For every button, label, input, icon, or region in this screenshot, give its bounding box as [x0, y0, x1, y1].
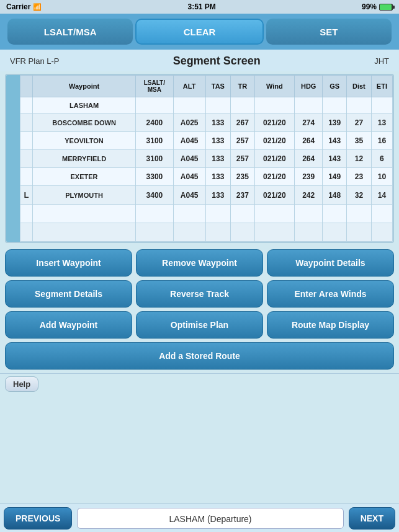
col-flag [20, 76, 33, 97]
bottom-nav: PREVIOUS LASHAM (Departure) NEXT [0, 503, 399, 532]
col-gs: GS [323, 76, 347, 97]
table-row[interactable]: MERRYFIELD3100A045133257021/20264143126 [20, 150, 393, 168]
reverse-track-button[interactable]: Reverse Track [136, 280, 263, 308]
departure-label: LASHAM (Departure) [77, 508, 343, 529]
carrier-info: Carrier 📶 [6, 2, 42, 11]
col-lsalt: LSALT/MSA [136, 76, 174, 97]
battery-icon [379, 4, 393, 11]
toolbar: LSALT/MSA CLEAR SET [0, 14, 399, 50]
table-row[interactable] [20, 223, 393, 242]
insert-waypoint-button[interactable]: Insert Waypoint [5, 249, 132, 277]
route-map-display-button[interactable]: Route Map Display [267, 311, 394, 339]
remove-waypoint-button[interactable]: Remove Waypoint [136, 249, 263, 277]
table-row[interactable]: BOSCOMBE DOWN2400A025133267021/202741392… [20, 114, 393, 132]
table-row[interactable]: LPLYMOUTH3400A045133237021/202421483214 [20, 186, 393, 205]
col-alt: ALT [173, 76, 205, 97]
route-table: Waypoint LSALT/MSA ALT TAS TR Wind HDG G… [20, 75, 393, 242]
table-row[interactable]: LASHAM [20, 97, 393, 114]
wifi-icon: 📶 [33, 3, 42, 11]
lsalt-msa-button[interactable]: LSALT/MSA [7, 19, 133, 45]
col-dist: Dist [347, 76, 372, 97]
table-header-row: Waypoint LSALT/MSA ALT TAS TR Wind HDG G… [20, 76, 393, 97]
next-button[interactable]: NEXT [349, 507, 395, 530]
carrier-label: Carrier [6, 2, 30, 11]
btn-row-2: Segment Details Reverse Track Enter Area… [5, 280, 394, 308]
table-row[interactable]: YEOVILTON3100A045133257021/202641433516 [20, 132, 393, 150]
table-stripe [6, 75, 20, 242]
battery-info: 99% [362, 2, 393, 11]
time-display: 3:51 PM [187, 2, 215, 11]
table-row[interactable] [20, 205, 393, 223]
col-eti: ETI [371, 76, 392, 97]
previous-button[interactable]: PREVIOUS [4, 507, 72, 530]
battery-percent: 99% [362, 2, 377, 11]
btn-row-1: Insert Waypoint Remove Waypoint Waypoint… [5, 249, 394, 277]
optimise-plan-button[interactable]: Optimise Plan [136, 311, 263, 339]
col-waypoint: Waypoint [32, 76, 135, 97]
route-table-container: Waypoint LSALT/MSA ALT TAS TR Wind HDG G… [5, 74, 394, 243]
btn-row-4: Add a Stored Route [5, 342, 394, 370]
plan-label: VFR Plan L-P [10, 56, 59, 66]
status-bar: Carrier 📶 3:51 PM 99% [0, 0, 399, 14]
table-scroll: Waypoint LSALT/MSA ALT TAS TR Wind HDG G… [20, 75, 393, 242]
set-button[interactable]: SET [266, 19, 392, 45]
help-button[interactable]: Help [5, 376, 38, 392]
add-waypoint-button[interactable]: Add Waypoint [5, 311, 132, 339]
pilot-label: JHT [374, 56, 389, 66]
btn-row-3: Add Waypoint Optimise Plan Route Map Dis… [5, 311, 394, 339]
help-section: Help [0, 373, 399, 394]
enter-area-winds-button[interactable]: Enter Area Winds [267, 280, 394, 308]
waypoint-details-button[interactable]: Waypoint Details [267, 249, 394, 277]
clear-button[interactable]: CLEAR [135, 19, 263, 45]
col-hdg: HDG [294, 76, 322, 97]
page-title: Segment Screen [59, 55, 374, 68]
col-wind: Wind [254, 76, 294, 97]
add-stored-route-button[interactable]: Add a Stored Route [5, 342, 394, 370]
action-buttons: Insert Waypoint Remove Waypoint Waypoint… [0, 246, 399, 373]
table-row[interactable]: EXETER3300A045133235021/202391492310 [20, 168, 393, 186]
col-tr: TR [231, 76, 255, 97]
col-tas: TAS [205, 76, 230, 97]
header-section: VFR Plan L-P Segment Screen JHT [0, 50, 399, 71]
segment-details-button[interactable]: Segment Details [5, 280, 132, 308]
